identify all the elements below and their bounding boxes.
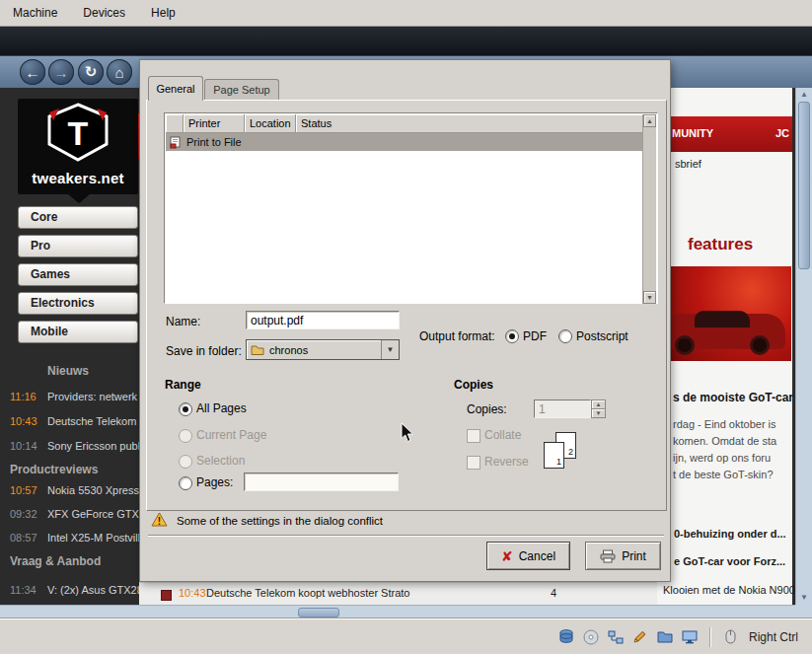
- vertical-scrollbar[interactable]: ▲ ▼: [795, 88, 812, 605]
- horizontal-scrollbar-thumb[interactable]: [298, 608, 339, 618]
- folder-select[interactable]: chronos ▼: [246, 339, 400, 360]
- column-header-printer[interactable]: Printer: [184, 114, 245, 133]
- news-link[interactable]: Deutsche Telekom: [47, 415, 136, 427]
- logo-point: [68, 194, 90, 203]
- feature-article-line: komen. Omdat de sta: [673, 435, 776, 447]
- listing-time: 10:43: [179, 587, 206, 599]
- column-header-icon[interactable]: [166, 114, 184, 133]
- news-link[interactable]: Sony Ericsson public: [47, 440, 148, 452]
- news-item[interactable]: 11:16 Providers: netwerk: [0, 391, 139, 404]
- statusbar-separator: [709, 627, 711, 647]
- news-item[interactable]: 10:14 Sony Ericsson public: [0, 440, 139, 454]
- radio-current-page-label: Current Page: [196, 428, 266, 442]
- marketplace-link[interactable]: V: (2x) Asus GTX285: [47, 584, 149, 596]
- news-item[interactable]: 10:43 Deutsche Telekom: [0, 415, 139, 429]
- reviews-section-title: Productreviews: [10, 463, 98, 476]
- featured-car-image[interactable]: [659, 266, 791, 361]
- copies-spin-down[interactable]: ▼: [591, 408, 606, 418]
- tab-page-setup[interactable]: Page Setup: [204, 79, 279, 101]
- folder-dropdown-icon[interactable]: ▼: [381, 340, 399, 359]
- home-button[interactable]: ⌂: [107, 59, 132, 85]
- radio-postscript-label[interactable]: Postscript: [576, 329, 628, 343]
- pencil-icon[interactable]: [631, 628, 649, 646]
- collate-checkbox: [467, 429, 480, 443]
- news-link[interactable]: Providers: netwerk: [47, 391, 137, 402]
- tab-general[interactable]: General: [148, 76, 203, 101]
- review-link[interactable]: Intel X25-M Postvill: [47, 532, 140, 544]
- pages-range-input[interactable]: [244, 472, 399, 491]
- review-link[interactable]: XFX GeForce GTX26: [47, 508, 151, 520]
- sidebar-item-mobile[interactable]: Mobile: [18, 321, 138, 343]
- radio-all-pages[interactable]: [179, 402, 192, 416]
- copies-label: Copies:: [467, 402, 507, 416]
- radio-all-pages-label[interactable]: All Pages: [196, 401, 247, 415]
- sidebar-item-pro[interactable]: Pro: [18, 235, 138, 257]
- radio-pages[interactable]: [179, 476, 192, 490]
- vm-statusbar: Right Ctrl: [0, 618, 812, 654]
- radio-postscript[interactable]: [558, 329, 572, 343]
- feature-link[interactable]: 0-behuizing onder d...: [674, 528, 786, 540]
- newsletter-fragment[interactable]: sbrief: [675, 158, 701, 170]
- listing-title-link[interactable]: Deutsche Telekom koopt webhoster Strato: [206, 587, 409, 599]
- cd-icon[interactable]: [582, 628, 600, 646]
- column-header-location[interactable]: Location: [245, 114, 296, 133]
- name-input[interactable]: output.pdf: [246, 311, 400, 329]
- news-time: 10:14: [10, 440, 37, 452]
- listing-comment-count[interactable]: 4: [551, 587, 556, 599]
- nav-community-fragment[interactable]: MUNITY: [672, 127, 713, 139]
- vm-menu-machine[interactable]: Machine: [0, 0, 70, 26]
- review-item[interactable]: 10:57 Nokia 5530 Xpress!: [0, 484, 139, 498]
- horizontal-scrollbar[interactable]: [0, 605, 795, 618]
- forward-button[interactable]: →: [48, 59, 74, 85]
- printer-list-scrollbar[interactable]: ▲ ▼: [642, 114, 656, 304]
- cancel-button[interactable]: ✘ Cancel: [486, 542, 570, 570]
- feature-link[interactable]: Klooien met de Nokia N900: [663, 584, 795, 596]
- scroll-down-icon[interactable]: ▼: [800, 594, 808, 602]
- refresh-button[interactable]: ↻: [78, 59, 104, 85]
- site-logo[interactable]: T tweakers.net: [18, 99, 138, 194]
- list-scroll-up[interactable]: ▲: [643, 114, 656, 127]
- printer-row-label: Print to File: [186, 136, 242, 148]
- warning-mark: !: [158, 516, 161, 527]
- print-button[interactable]: Print: [585, 542, 661, 570]
- cancel-x-icon: ✘: [501, 549, 513, 563]
- network-icon[interactable]: [607, 628, 625, 646]
- review-item[interactable]: 08:57 Intel X25-M Postvill: [0, 532, 139, 545]
- refresh-icon: ↻: [85, 63, 98, 81]
- review-link[interactable]: Nokia 5530 Xpress!: [47, 484, 142, 496]
- list-scroll-down[interactable]: ▼: [643, 291, 656, 304]
- logo-text: tweakers.net: [18, 170, 138, 186]
- sidebar-item-core[interactable]: Core: [18, 206, 138, 229]
- column-header-status[interactable]: Status: [296, 114, 643, 133]
- folder-select-value: chronos: [269, 344, 376, 356]
- vm-menu-help[interactable]: Help: [138, 0, 188, 26]
- vertical-scrollbar-thumb[interactable]: [798, 102, 810, 269]
- collate-label: Collate: [484, 428, 521, 442]
- feature-link[interactable]: e GoT-car voor Forz...: [674, 555, 785, 567]
- back-button[interactable]: ←: [20, 59, 45, 85]
- feature-article-title[interactable]: s de mooiste GoT-car: [673, 391, 793, 404]
- feature-article-line: rdag - Eind oktober is: [673, 418, 776, 430]
- vm-menu-devices[interactable]: Devices: [70, 0, 138, 26]
- nav-jobs-fragment[interactable]: JC: [775, 127, 789, 139]
- hdd-icon[interactable]: [557, 628, 575, 646]
- shared-folder-icon[interactable]: [656, 628, 674, 646]
- review-item[interactable]: 09:32 XFX GeForce GTX26: [0, 508, 139, 522]
- scrollbar-corner: [795, 605, 812, 618]
- radio-pages-label[interactable]: Pages:: [196, 475, 233, 489]
- logo-letter: T: [68, 114, 89, 152]
- mouse-integration-icon[interactable]: [722, 628, 740, 646]
- scroll-up-icon[interactable]: ▲: [800, 91, 808, 99]
- radio-pdf[interactable]: [505, 329, 519, 343]
- sidebar-item-games[interactable]: Games: [18, 263, 138, 286]
- features-title: features: [688, 235, 753, 254]
- preview-page-number: 1: [556, 457, 561, 467]
- printer-row-print-to-file[interactable]: Print to File: [166, 133, 643, 151]
- display-icon[interactable]: [681, 628, 699, 646]
- sidebar-item-electronics[interactable]: Electronics: [18, 292, 138, 315]
- browser-tabbar: Tweakers.net - 11.929 be... × + 3:42a: [0, 27, 812, 55]
- radio-pdf-label[interactable]: PDF: [523, 329, 547, 343]
- copies-spinner-value[interactable]: 1: [534, 400, 591, 418]
- marketplace-item[interactable]: 11:34 V: (2x) Asus GTX285: [0, 584, 139, 598]
- print-dialog: General Page Setup Printer Location Stat…: [139, 59, 671, 582]
